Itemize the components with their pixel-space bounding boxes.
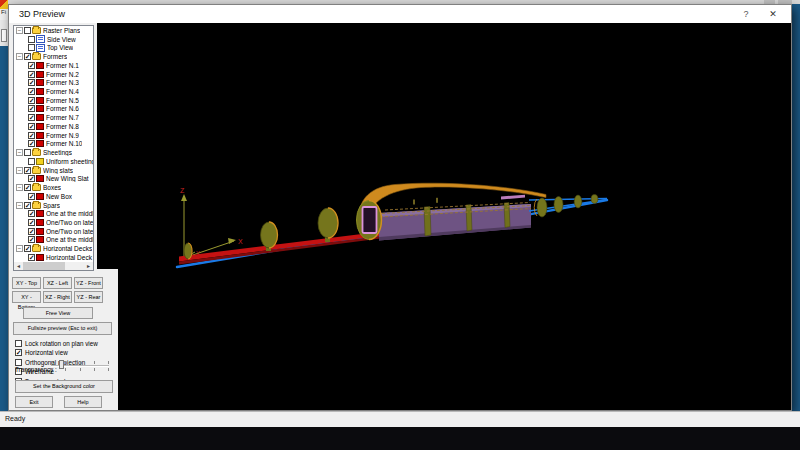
tree-checkbox[interactable]: ✓ xyxy=(28,114,35,121)
tree-item[interactable]: ✓Former N.4 xyxy=(14,87,94,96)
tree-checkbox[interactable] xyxy=(28,36,35,43)
tree-checkbox[interactable]: ✓ xyxy=(28,62,35,69)
tree-checkbox[interactable] xyxy=(28,44,35,51)
tree-item[interactable]: ✓Horizontal Deck #1 xyxy=(14,253,94,262)
option-checkbox[interactable] xyxy=(15,359,22,366)
tree-item[interactable]: ✓One/Two on lateral sides xyxy=(14,218,94,227)
option-checkbox[interactable]: ✓ xyxy=(15,349,22,356)
tree-item-label: Boxes xyxy=(43,184,61,191)
tree-expander-icon[interactable]: − xyxy=(16,202,23,209)
slider-thumb[interactable] xyxy=(59,360,64,369)
view-xz-right-button[interactable]: XZ - Right xyxy=(43,291,72,303)
tree-checkbox[interactable]: ✓ xyxy=(28,193,35,200)
main-menu-file-partial[interactable]: Fi xyxy=(0,9,8,20)
tree-expander-icon[interactable]: − xyxy=(16,53,23,60)
tree-item[interactable]: ✓Former N.10 xyxy=(14,140,94,149)
tree-item[interactable]: −✓Wing slats xyxy=(14,166,94,175)
view-yz-front-button[interactable]: YZ - Front xyxy=(74,277,103,289)
tree-item[interactable]: ✓Former N.5 xyxy=(14,96,94,105)
tree-item-label: Spars xyxy=(43,202,60,209)
tree-item[interactable]: −Raster Plans xyxy=(14,26,94,35)
tree-item[interactable]: −Sheetings xyxy=(14,148,94,157)
tree-item-label: Former N.2 xyxy=(46,71,79,78)
tree-checkbox[interactable] xyxy=(24,149,31,156)
view-xy-top-button[interactable]: XY - Top xyxy=(12,277,41,289)
set-background-color-button[interactable]: Set the Background color xyxy=(15,380,113,393)
tree-checkbox[interactable]: ✓ xyxy=(28,123,35,130)
tree-item[interactable]: Side View xyxy=(14,35,94,44)
tree-item[interactable]: ✓One/Two on lateral sides xyxy=(14,227,94,236)
tree-expander-icon[interactable]: − xyxy=(16,184,23,191)
tree-checkbox[interactable]: ✓ xyxy=(28,105,35,112)
tree-checkbox[interactable]: ✓ xyxy=(28,228,35,235)
tree-item[interactable]: Uniform sheeting xyxy=(14,157,94,166)
tree-item[interactable]: Top View xyxy=(14,43,94,52)
dialog-titlebar[interactable]: 3D Preview ? ✕ xyxy=(9,5,791,23)
tree-checkbox[interactable]: ✓ xyxy=(28,210,35,217)
exit-button[interactable]: Exit xyxy=(15,396,53,408)
tree-item[interactable]: ✓Former N.2 xyxy=(14,70,94,79)
tree-expander-icon[interactable]: − xyxy=(16,167,23,174)
free-view-button[interactable]: Free View xyxy=(23,307,93,319)
tree-item[interactable]: −✓Spars xyxy=(14,201,94,210)
scrollbar-thumb[interactable] xyxy=(23,262,65,270)
tree-item[interactable]: ✓Former N.1 xyxy=(14,61,94,70)
tree-checkbox[interactable]: ✓ xyxy=(24,202,31,209)
tree-item[interactable]: ✓New Wing Slat xyxy=(14,174,94,183)
tree-item[interactable]: ✓Former N.8 xyxy=(14,122,94,131)
tree-checkbox[interactable]: ✓ xyxy=(28,219,35,226)
tree-checkbox[interactable]: ✓ xyxy=(28,88,35,95)
tree-checkbox[interactable]: ✓ xyxy=(28,132,35,139)
toolbar-button-partial[interactable] xyxy=(1,29,7,42)
tree-item[interactable]: ✓Former N.9 xyxy=(14,131,94,140)
view-xz-left-button[interactable]: XZ - Left xyxy=(43,277,72,289)
tree-expander-icon[interactable]: − xyxy=(16,149,23,156)
option-checkbox[interactable] xyxy=(15,340,22,347)
tree-horizontal-scrollbar[interactable]: ◂ ▸ xyxy=(13,262,94,271)
option-checkbox-row[interactable]: Lock rotation on plan view xyxy=(15,339,115,347)
red-icon xyxy=(36,132,44,139)
tree-expander-icon[interactable]: − xyxy=(16,27,23,34)
tree-item[interactable]: −✓Formers xyxy=(14,52,94,61)
3d-viewport[interactable]: Z X Y xyxy=(97,23,791,410)
tree-checkbox[interactable]: ✓ xyxy=(24,53,31,60)
tree-checkbox[interactable]: ✓ xyxy=(28,71,35,78)
tree-checkbox[interactable]: ✓ xyxy=(28,254,35,261)
tree-checkbox[interactable]: ✓ xyxy=(24,184,31,191)
red-icon xyxy=(36,175,44,182)
component-tree[interactable]: −Raster PlansSide ViewTop View−✓Formers✓… xyxy=(13,25,94,271)
tree-item-label: Horizontal Decks xyxy=(43,245,92,252)
tree-item[interactable]: ✓One at the middle lower si xyxy=(14,209,94,218)
tree-checkbox[interactable]: ✓ xyxy=(24,245,31,252)
preview-dialog: 3D Preview ? ✕ Z X Y xyxy=(8,4,792,411)
tree-checkbox[interactable] xyxy=(24,27,31,34)
transparency-slider[interactable] xyxy=(51,361,109,371)
tree-item[interactable]: ✓Former N.6 xyxy=(14,105,94,114)
tree-item[interactable]: −✓Horizontal Decks xyxy=(14,244,94,253)
tree-item[interactable]: ✓Former N.3 xyxy=(14,78,94,87)
main-toolbar-partial xyxy=(0,20,8,46)
red-icon xyxy=(36,193,44,200)
tree-item[interactable]: ✓One at the middle upper si xyxy=(14,236,94,245)
tree-item[interactable]: −✓Boxes xyxy=(14,183,94,192)
tree-checkbox[interactable]: ✓ xyxy=(28,175,35,182)
dialog-close-button[interactable]: ✕ xyxy=(762,7,784,21)
tree-checkbox[interactable]: ✓ xyxy=(28,236,35,243)
dialog-help-button[interactable]: ? xyxy=(735,7,757,21)
scroll-left-arrow-icon[interactable]: ◂ xyxy=(14,262,23,270)
tree-item[interactable]: ✓New Box xyxy=(14,192,94,201)
option-checkbox-row[interactable]: ✓Horizontal view xyxy=(15,349,115,357)
scroll-right-arrow-icon[interactable]: ▸ xyxy=(84,262,93,270)
tree-item[interactable]: ✓Former N.7 xyxy=(14,113,94,122)
tree-checkbox[interactable] xyxy=(28,158,35,165)
fullsize-preview-button[interactable]: Fullsize preview (Esc to exit) xyxy=(13,322,112,335)
tree-checkbox[interactable]: ✓ xyxy=(28,140,35,147)
help-button[interactable]: Help xyxy=(64,396,102,408)
view-xy-bottom-button[interactable]: XY - Bottom xyxy=(12,291,41,303)
tree-checkbox[interactable]: ✓ xyxy=(28,97,35,104)
tree-checkbox[interactable]: ✓ xyxy=(24,167,31,174)
tree-checkbox[interactable]: ✓ xyxy=(28,79,35,86)
view-yz-rear-button[interactable]: YZ - Rear xyxy=(74,291,103,303)
folder-icon xyxy=(32,167,41,174)
tree-expander-icon[interactable]: − xyxy=(16,245,23,252)
